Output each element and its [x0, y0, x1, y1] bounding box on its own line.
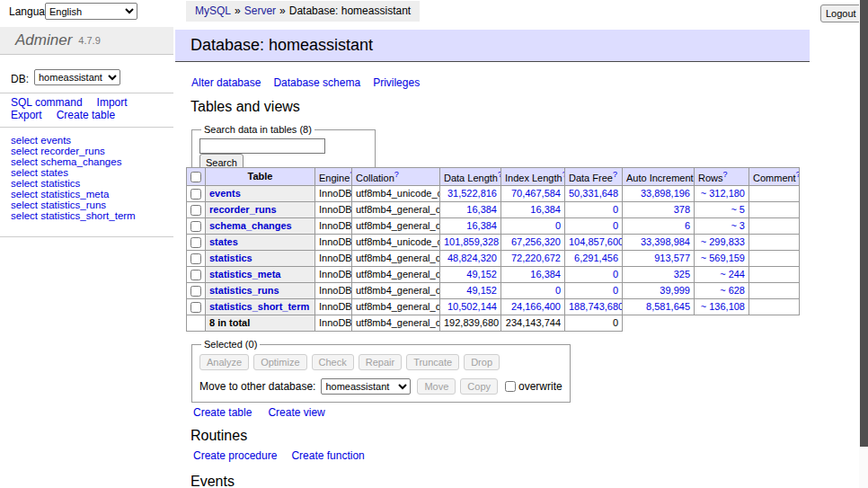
help-link-rows[interactable]: ? — [723, 170, 728, 179]
rows-count-link[interactable]: ~ 569,159 — [701, 253, 745, 263]
table-link-statistics-short-term[interactable]: statistics_short_term — [209, 301, 309, 312]
language-select[interactable]: English — [45, 3, 137, 20]
move-button[interactable]: Move — [417, 378, 456, 395]
db-select[interactable]: homeassistant — [34, 69, 120, 85]
index-length-link[interactable]: 0 — [555, 220, 561, 231]
index-length-link[interactable]: 16,384 — [530, 269, 561, 279]
create-link-create-view[interactable]: Create view — [268, 406, 324, 419]
rows-count-link[interactable]: ~ 628 — [720, 285, 745, 296]
help-link-data-length[interactable]: ? — [498, 170, 501, 179]
row-check-cell — [187, 250, 206, 266]
data-length-link[interactable]: 31,522,816 — [447, 188, 497, 199]
index-length-link[interactable]: 70,467,584 — [511, 188, 561, 199]
help-link-data-free[interactable]: ? — [613, 170, 617, 179]
data-length-link[interactable]: 49,152 — [466, 269, 497, 279]
data-free-cell: 104,857,600 — [565, 234, 623, 250]
db-action-link-privileges[interactable]: Privileges — [373, 76, 420, 89]
sidebar-link-create-table[interactable]: Create table — [57, 110, 115, 122]
row-checkbox-statistics-short-term[interactable] — [190, 302, 201, 313]
action-button-analyze[interactable]: Analyze — [199, 354, 249, 370]
overwrite-checkbox[interactable] — [505, 381, 516, 392]
auto-increment-link[interactable]: 6 — [685, 220, 690, 231]
table-link-recorder-runs[interactable]: recorder_runs — [209, 204, 277, 215]
index-length-link[interactable]: 16,384 — [530, 204, 561, 215]
row-checkbox-events[interactable] — [190, 189, 201, 200]
index-length-link[interactable]: 24,166,400 — [511, 301, 561, 312]
data-length-link[interactable]: 16,384 — [466, 204, 497, 215]
index-length-link[interactable]: 72,220,672 — [511, 253, 561, 263]
routine-link-create-procedure[interactable]: Create procedure — [193, 449, 277, 462]
sidebar-item-select-statistics[interactable]: select statistics — [11, 178, 173, 189]
data-free-link[interactable]: 0 — [613, 269, 618, 279]
row-checkbox-statistics[interactable] — [190, 253, 201, 264]
routine-link-create-function[interactable]: Create function — [291, 449, 364, 462]
scrollbar-thumb[interactable] — [860, 0, 868, 447]
copy-button[interactable]: Copy — [460, 378, 498, 395]
db-action-link-database-schema[interactable]: Database schema — [273, 76, 360, 89]
row-checkbox-states[interactable] — [190, 237, 201, 248]
data-length-link[interactable]: 10,502,144 — [447, 301, 497, 312]
rows-count-link[interactable]: ~ 299,833 — [701, 236, 745, 247]
search-input[interactable] — [199, 138, 325, 154]
sidebar-item-select-recorder-runs[interactable]: select recorder_runs — [11, 146, 173, 156]
sidebar-link-import[interactable]: Import — [97, 97, 128, 110]
rows-count-link[interactable]: ~ 5 — [731, 204, 745, 215]
data-free-link[interactable]: 104,857,600 — [569, 236, 623, 247]
auto-increment-link[interactable]: 378 — [674, 204, 690, 215]
auto-increment-link[interactable]: 8,581,645 — [646, 301, 690, 312]
check-all-checkbox[interactable] — [190, 172, 201, 182]
help-link-collation[interactable]: ? — [394, 170, 399, 179]
table-link-statistics-runs[interactable]: statistics_runs — [209, 285, 279, 296]
create-link-create-table[interactable]: Create table — [193, 406, 252, 419]
breadcrumb-link-mysql[interactable]: MySQL — [195, 4, 231, 17]
data-free-link[interactable]: 0 — [613, 204, 618, 215]
table-link-events[interactable]: events — [209, 188, 241, 199]
data-length-link[interactable]: 101,859,328 — [444, 236, 499, 247]
index-length-link[interactable]: 67,256,320 — [511, 236, 561, 247]
rows-count-link[interactable]: ~ 244 — [720, 269, 745, 279]
sidebar-item-select-states[interactable]: select states — [11, 167, 173, 178]
rows-count-link[interactable]: ~ 3 — [731, 220, 745, 231]
row-checkbox-recorder-runs[interactable] — [190, 205, 201, 216]
sidebar-item-select-statistics-runs[interactable]: select statistics_runs — [11, 200, 173, 210]
data-free-link[interactable]: 188,743,680 — [569, 301, 623, 312]
move-database-select[interactable]: homeassistant — [321, 378, 411, 395]
sidebar-item-select-schema-changes[interactable]: select schema_changes — [11, 156, 173, 167]
breadcrumb-link-server[interactable]: Server — [244, 4, 276, 17]
db-action-link-alter-database[interactable]: Alter database — [191, 76, 261, 89]
auto-increment-link[interactable]: 39,999 — [660, 285, 690, 296]
rows-count-link[interactable]: ~ 312,180 — [701, 188, 745, 199]
data-free-link[interactable]: 0 — [613, 220, 618, 231]
sidebar-item-select-statistics-short-term[interactable]: select statistics_short_term — [11, 210, 173, 221]
action-button-optimize[interactable]: Optimize — [253, 354, 306, 370]
sidebar-link-sql-command[interactable]: SQL command — [11, 97, 83, 110]
data-free-link[interactable]: 0 — [613, 285, 618, 296]
sidebar-link-export[interactable]: Export — [11, 110, 42, 122]
data-free-link[interactable]: 6,291,456 — [574, 253, 618, 263]
auto-increment-link[interactable]: 33,898,196 — [641, 188, 690, 199]
sidebar-item-select-events[interactable]: select events — [11, 135, 173, 146]
data-length-link[interactable]: 16,384 — [466, 220, 497, 231]
action-button-repair[interactable]: Repair — [359, 354, 402, 370]
table-link-statistics-meta[interactable]: statistics_meta — [209, 269, 281, 279]
data-free-link[interactable]: 50,331,648 — [569, 188, 618, 199]
table-link-states[interactable]: states — [209, 236, 238, 247]
auto-increment-link[interactable]: 913,577 — [654, 253, 690, 263]
rows-count-link[interactable]: ~ 136,108 — [701, 301, 745, 312]
logout-button[interactable]: Logout — [820, 4, 862, 22]
action-button-check[interactable]: Check — [312, 354, 354, 370]
table-link-statistics[interactable]: statistics — [209, 253, 252, 263]
data-length-link[interactable]: 49,152 — [466, 285, 497, 296]
row-checkbox-statistics-runs[interactable] — [190, 286, 201, 297]
auto-increment-link[interactable]: 33,398,984 — [641, 236, 690, 247]
sidebar-item-select-statistics-meta[interactable]: select statistics_meta — [11, 189, 173, 200]
action-button-drop[interactable]: Drop — [464, 354, 500, 370]
row-checkbox-schema-changes[interactable] — [190, 221, 201, 232]
action-button-truncate[interactable]: Truncate — [406, 354, 459, 370]
index-length-link[interactable]: 0 — [555, 285, 561, 296]
row-checkbox-statistics-meta[interactable] — [190, 270, 201, 280]
auto-increment-link[interactable]: 325 — [674, 269, 690, 279]
data-length-link[interactable]: 48,824,320 — [447, 253, 497, 263]
help-link-comment[interactable]: ? — [796, 170, 800, 179]
table-link-schema-changes[interactable]: schema_changes — [209, 220, 292, 231]
